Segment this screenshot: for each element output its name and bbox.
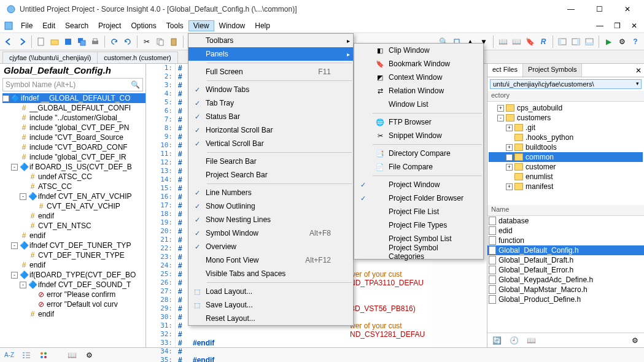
directory-tree-item[interactable]: +manifest <box>489 182 643 191</box>
file-list-item[interactable]: database <box>487 216 644 226</box>
symbol-tree-item[interactable]: #include "global_CVT_DEF_PN <box>2 123 145 133</box>
directory-tree-item[interactable]: +buildtools <box>489 142 643 152</box>
menu-item[interactable]: ✓Show Nesting Lines <box>188 213 353 226</box>
file-list-item[interactable]: Global_Default_Error.h <box>487 265 644 275</box>
file-list-item[interactable]: function <box>487 236 644 245</box>
menu-window[interactable]: Window <box>214 20 250 31</box>
tab-customer-h[interactable]: customer.h (customer) <box>97 52 177 63</box>
menu-help[interactable]: Help <box>250 20 275 31</box>
tree-toggle-icon[interactable]: - <box>2 95 9 102</box>
tree-toggle-icon[interactable]: + <box>506 154 513 161</box>
symbol-tree-item[interactable]: -🔷if(BOARD_TYPE(CVT_DEF_BO <box>2 270 145 280</box>
menu-item[interactable]: ✓Project Window <box>354 178 483 191</box>
tool-book-icon[interactable]: 📖 <box>497 36 509 48</box>
sort-az-button[interactable]: A-Z <box>4 350 15 361</box>
menu-item[interactable]: Project File Types <box>354 218 483 232</box>
tab-cjyfae[interactable]: cjyfae (\\ubuntu\i_chenjiayi) <box>2 52 98 63</box>
mdi-minimize-button[interactable]: — <box>591 20 608 32</box>
tree-toggle-icon[interactable]: - <box>497 115 504 121</box>
directory-tree-item[interactable]: .hooks_python <box>489 133 643 142</box>
directory-tree-item[interactable]: enumlist <box>489 172 643 182</box>
menu-item[interactable]: ✓Window Tabs <box>188 83 353 96</box>
menu-item[interactable]: 🔖Bookmark Window <box>354 57 483 71</box>
symbol-tree-item[interactable]: -🔷ifndef CVT_DEF_SOUND_T <box>2 280 145 290</box>
directory-tree-item[interactable]: +.git <box>489 123 643 133</box>
file-list-item[interactable]: Global_Default_Config.h <box>487 245 644 255</box>
menu-item[interactable]: File Search Bar <box>188 155 353 168</box>
tool-panel-a-icon[interactable] <box>556 36 568 48</box>
menu-project[interactable]: Project <box>93 20 126 31</box>
symbol-tree-item[interactable]: ⊘error "Please confirm <box>2 290 145 299</box>
menu-item[interactable]: 🌐FTP Browser <box>354 115 483 129</box>
tree-toggle-icon[interactable]: - <box>20 282 26 288</box>
tree-toggle-icon[interactable]: + <box>497 105 504 112</box>
nav-back-icon[interactable] <box>2 36 15 48</box>
menu-item[interactable]: ✓Tab Tray <box>188 96 353 110</box>
mdi-restore-button[interactable]: ❐ <box>608 20 626 32</box>
symbol-tree-item[interactable]: #undef ATSC_CC <box>2 172 145 182</box>
tree-toggle-icon[interactable]: + <box>506 144 513 151</box>
file-list-item[interactable]: Global_MapMstar_Macro.h <box>487 285 644 295</box>
directory-tree-item[interactable]: +customer <box>489 162 643 172</box>
menu-item[interactable]: Toolbars▸ <box>188 34 353 47</box>
project-tab-files[interactable]: ect Files <box>487 64 523 77</box>
project-tab-symbols[interactable]: Project Symbols <box>523 64 582 77</box>
symbol-tree-item[interactable]: #endif <box>2 211 145 221</box>
tree-view-icon[interactable] <box>21 350 32 361</box>
undo-icon[interactable] <box>108 36 120 48</box>
menu-item[interactable]: Window List <box>354 98 483 111</box>
file-name-column-header[interactable]: Name <box>487 205 644 216</box>
menu-item[interactable]: Project Symbol Categories <box>354 245 483 259</box>
tree-toggle-icon[interactable]: - <box>11 272 18 279</box>
clock-icon[interactable]: 🕘 <box>508 335 519 346</box>
menu-item[interactable]: ⬚Load Layout... <box>188 285 353 298</box>
symbol-tree-item[interactable]: -🔷ifndef CVT_EN_ATV_VCHIP <box>2 191 145 201</box>
minimize-button[interactable]: — <box>557 0 585 18</box>
menu-item[interactable]: Visible Tabs and Spaces <box>188 267 353 280</box>
nav-forward-icon[interactable] <box>16 36 28 48</box>
menu-item[interactable]: ✓Project Folder Browser <box>354 191 483 205</box>
print-icon[interactable] <box>89 36 101 48</box>
menu-item[interactable]: ✓Status Bar <box>188 110 353 123</box>
directory-path-dropdown[interactable]: untu\i_chenjiayi\cjyfae\customers\ <box>490 79 642 89</box>
symbol-tree-item[interactable]: #include "CVT_Board_Source <box>2 133 145 142</box>
directory-tree-item[interactable]: -customers <box>489 113 643 123</box>
symbol-tree-item[interactable]: #endif <box>2 309 145 319</box>
category-view-icon[interactable] <box>38 350 49 361</box>
menu-file[interactable]: File <box>16 20 37 31</box>
symbol-tree-item[interactable]: #include "../customer/Global_ <box>2 113 145 123</box>
file-list-item[interactable]: edid <box>487 226 644 236</box>
menu-tools[interactable]: Tools <box>161 20 188 31</box>
menu-item[interactable]: ✂Snippet Window <box>354 129 483 142</box>
tree-toggle-icon[interactable]: - <box>11 242 18 249</box>
tool-panel-c-icon[interactable] <box>583 36 596 48</box>
settings-icon[interactable]: ⚙ <box>629 335 640 346</box>
symbol-tree-item[interactable]: #__GLOBAL_DEFAULT_CONFI <box>2 103 145 113</box>
tree-toggle-icon[interactable]: - <box>20 193 26 200</box>
menu-item[interactable]: ◧Clip Window <box>354 44 483 57</box>
symbol-tree-item[interactable]: #ATSC_CC <box>2 182 145 191</box>
directory-column-header[interactable]: ectory <box>487 91 644 102</box>
menu-options[interactable]: Options <box>126 20 161 31</box>
file-list-item[interactable]: Global_Default_Draft.h <box>487 255 644 265</box>
tree-toggle-icon[interactable]: + <box>506 183 513 190</box>
tool-relation-icon[interactable]: R <box>537 36 549 48</box>
file-list-item[interactable]: Global_KeypadAdc_Define.h <box>487 275 644 285</box>
tool-panel-b-icon[interactable] <box>570 36 582 48</box>
symbol-tree-item[interactable]: #CVT_EN_NTSC <box>2 221 145 231</box>
directory-tree[interactable]: +cps_autobuild-customers+.git.hooks_pyth… <box>487 102 644 205</box>
save-icon[interactable] <box>62 36 74 48</box>
paste-icon[interactable] <box>168 36 180 48</box>
menu-item[interactable]: ◩Context Window <box>354 71 483 84</box>
directory-tree-item[interactable]: +common <box>489 152 643 162</box>
tool-book2-icon[interactable]: 📖 <box>510 36 522 48</box>
symbol-tree-item[interactable]: #endif <box>2 231 145 241</box>
cut-icon[interactable]: ✂ <box>141 36 153 48</box>
menu-item[interactable]: ✓Line Numbers <box>188 186 353 199</box>
menu-item[interactable]: Panels▸ <box>188 47 353 61</box>
menu-item[interactable]: 📄File Compare <box>354 160 483 174</box>
project-panel-close-icon[interactable]: ✕ <box>633 64 644 77</box>
file-list-item[interactable]: Global_Product_Define.h <box>487 295 644 304</box>
directory-tree-item[interactable]: +cps_autobuild <box>489 103 643 113</box>
tool-bookmark-icon[interactable]: 🔖 <box>524 36 536 48</box>
